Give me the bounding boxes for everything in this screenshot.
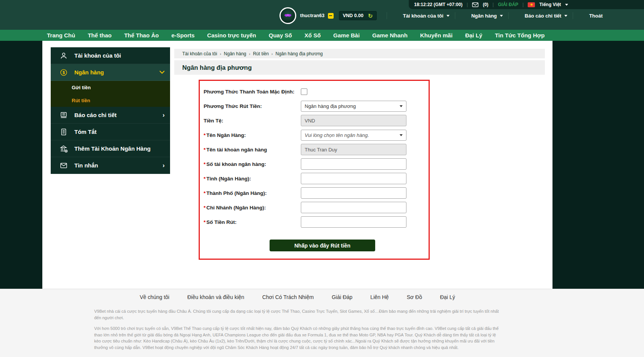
footer-link-faq[interactable]: Giải Đáp — [332, 294, 352, 300]
footer-paragraph-1: V9Bet nhà cái cá cược trực tuyến hàng đầ… — [94, 308, 501, 321]
vietnam-flag-icon: ★ — [528, 2, 535, 7]
content-panel: Tài khoản của tôi $ Ngân hàng Gửi tiền R… — [42, 41, 552, 289]
language-selector[interactable]: Tiếng Việt — [539, 2, 561, 7]
withdraw-method-select[interactable]: Ngân hàng địa phương — [301, 101, 406, 112]
refresh-icon[interactable]: ↻ — [368, 13, 373, 19]
city-input[interactable] — [301, 187, 406, 199]
footer-link-agent[interactable]: Đại Lý — [440, 294, 455, 300]
form-row-method: Phương Thức Rút Tiền: Ngân hàng địa phươ… — [200, 99, 429, 113]
footer-link-terms[interactable]: Điều khoản và điều kiện — [187, 294, 244, 300]
sidebar-item-bank[interactable]: $ Ngân hàng — [51, 64, 170, 81]
nav-virtual-sports[interactable]: Thể Thao Ảo — [124, 32, 159, 39]
mail-icon[interactable] — [472, 2, 479, 7]
province-input[interactable] — [301, 173, 406, 184]
chevron-down-icon — [500, 15, 503, 17]
faq-link[interactable]: GIẢI ĐÁP — [498, 2, 518, 7]
footer-link-responsible-gaming[interactable]: Chơi Có Trách Nhiệm — [262, 294, 314, 300]
divider — [508, 12, 509, 19]
chevron-down-icon — [446, 15, 450, 17]
person-icon — [59, 51, 68, 60]
branch-input[interactable] — [301, 202, 406, 213]
account-number-input[interactable] — [301, 158, 406, 170]
mail-count: (0) — [483, 2, 488, 7]
username: thuctran63 — [300, 13, 324, 18]
bank-submenu: Gửi tiền Rút tiền — [51, 81, 170, 107]
required-marker: * — [204, 161, 206, 167]
nav-home[interactable]: Trang Chủ — [47, 32, 75, 39]
breadcrumb-separator: › — [271, 51, 273, 56]
footer-link-sitemap[interactable]: Sơ Đồ — [407, 294, 422, 300]
envelope-icon — [59, 161, 68, 170]
nav-fast-games[interactable]: Game Nhanh — [372, 32, 408, 39]
footer-links: Về chúng tôi Điều khoản và điều kiện Chơ… — [42, 294, 552, 300]
sidebar-item-label: Tin nhắn — [74, 162, 98, 169]
footer-paragraph-2: Với hơn 5000 trò chơi trực tuyến có sẵn,… — [94, 325, 501, 351]
withdraw-submit-button[interactable]: Nhấp vào đây Rút tiền — [270, 240, 375, 251]
clock: 18:12:22 (GMT +07:00) — [414, 2, 463, 7]
menu-my-account-label: Tài khoản của tôi — [403, 13, 443, 19]
footer: Về chúng tôi Điều khoản và điều kiện Chơ… — [0, 289, 644, 357]
sidebar-item-label: Ngân hàng — [74, 69, 104, 76]
divider — [573, 12, 573, 19]
sidebar-item-summary[interactable]: Tóm Tắt — [51, 124, 170, 140]
sidebar-item-label: Tóm Tắt — [74, 129, 96, 135]
menu-reports-label: Báo cáo chi tiết — [525, 13, 561, 19]
form-row-province: *Tỉnh (Ngân Hàng): — [200, 171, 429, 186]
nav-news[interactable]: Tin Tức Tổng Hợp — [495, 32, 544, 39]
sidebar-subitem-withdraw[interactable]: Rút tiền — [51, 94, 170, 107]
breadcrumb-item-current: Ngân hàng địa phương — [275, 51, 323, 56]
nav-live-casino[interactable]: Casino trực tuyến — [207, 32, 256, 39]
main-nav: Trang Chủ Thể thao Thể Thao Ảo e-Sports … — [0, 30, 644, 41]
user-cluster: thuctran63 VND 0.00 ↻ Tài khoản của tôi … — [279, 7, 608, 24]
breadcrumb-item[interactable]: Tài khoản của tôi — [182, 51, 217, 56]
breadcrumb-item[interactable]: Ngân hàng — [224, 51, 246, 56]
hide-balance-icon[interactable] — [328, 13, 334, 19]
default-payment-checkbox[interactable] — [301, 88, 307, 95]
balance-box: VND 0.00 ↻ — [339, 11, 377, 20]
nav-card-games[interactable]: Game Bài — [333, 32, 360, 39]
menu-my-account[interactable]: Tài khoản của tôi — [398, 13, 455, 19]
form-row-amount: *Số Tiền Rút: — [200, 215, 429, 229]
header: 18:12:22 (GMT +07:00) | (0) | GIẢI ĐÁP |… — [0, 0, 644, 30]
sidebar-item-add-bank-account[interactable]: Thêm Tài Khoản Ngân Hàng — [51, 140, 170, 157]
logout-button[interactable]: Thoát — [584, 13, 608, 19]
nav-esports[interactable]: e-Sports — [172, 32, 195, 39]
chevron-down-icon — [400, 134, 403, 136]
divider: | — [467, 2, 468, 7]
nav-number-game[interactable]: Quay Số — [269, 32, 292, 39]
sidebar-item-label: Thêm Tài Khoản Ngân Hàng — [74, 145, 151, 152]
sidebar-item-messages[interactable]: Tin nhắn › — [51, 157, 170, 174]
sidebar-subitem-deposit[interactable]: Gửi tiền — [51, 81, 170, 94]
nav-sports[interactable]: Thể thao — [88, 32, 112, 39]
required-marker: * — [204, 147, 206, 153]
page-title: Ngân hàng địa phương — [174, 60, 545, 75]
footer-link-about[interactable]: Về chúng tôi — [140, 294, 169, 300]
bank-name-label: *Tên Ngân Hàng: — [204, 132, 301, 138]
bank-name-select[interactable]: Vui lòng chọn tên ngân hàng. — [301, 130, 406, 141]
bank-name-placeholder: Vui lòng chọn tên ngân hàng. — [305, 132, 369, 138]
report-icon — [59, 111, 68, 119]
svg-text:$: $ — [63, 70, 65, 74]
breadcrumb-item[interactable]: Rút tiền — [253, 51, 268, 56]
nav-agent[interactable]: Đại Lý — [465, 32, 482, 39]
account-name-label: *Tên tài khoản ngân hàng — [204, 147, 301, 153]
nav-promotions[interactable]: Khuyến mãi — [420, 32, 453, 39]
divider — [387, 12, 387, 19]
amount-input[interactable] — [301, 216, 406, 228]
sidebar-item-label: Tài khoản của tôi — [74, 52, 121, 59]
sidebar-item-my-account[interactable]: Tài khoản của tôi — [51, 47, 170, 64]
avatar[interactable] — [279, 7, 296, 24]
chevron-down-icon — [564, 15, 567, 17]
chevron-down-icon — [159, 71, 165, 74]
menu-reports[interactable]: Báo cáo chi tiết — [519, 13, 573, 19]
city-label: *Thành Phố (Ngân Hàng): — [204, 190, 301, 196]
required-marker: * — [204, 205, 206, 211]
menu-bank[interactable]: Ngân hàng — [466, 13, 508, 19]
currency-field — [301, 115, 406, 126]
account-number-label: *Số tài khoản ngân hàng: — [204, 161, 301, 167]
breadcrumb: Tài khoản của tôi › Ngân hàng › Rút tiền… — [174, 49, 545, 58]
nav-lottery[interactable]: Xổ Số — [305, 32, 321, 39]
chevron-down-icon — [565, 4, 568, 6]
footer-link-contact[interactable]: Liên Hệ — [370, 294, 389, 300]
sidebar-item-reports[interactable]: Báo cáo chi tiết › — [51, 107, 170, 124]
